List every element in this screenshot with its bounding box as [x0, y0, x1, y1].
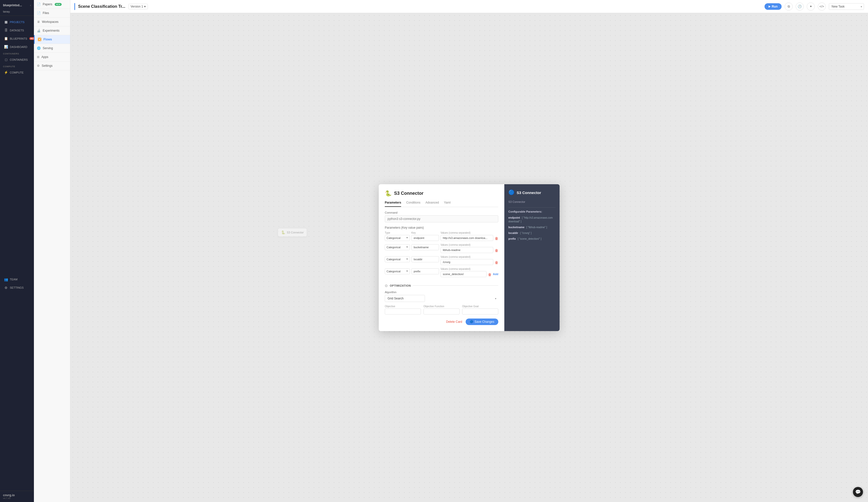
- sidebar-item-settings-main[interactable]: ⚙ SETTINGS: [1, 284, 33, 292]
- apps-label: Apps: [41, 55, 48, 59]
- sidebar-item-compute[interactable]: ⚡ COMPUTE: [1, 69, 33, 76]
- save-changes-button[interactable]: 🔵 Save Changes: [466, 318, 498, 325]
- files-label: Files: [43, 11, 49, 15]
- param-type-select-0[interactable]: Categorical: [385, 235, 410, 241]
- sidebar2-item-flows[interactable]: 🔀 Flows: [34, 35, 70, 44]
- param-key-input-3[interactable]: [411, 268, 439, 274]
- datasets-icon: 🗄: [4, 28, 8, 32]
- param-type-select-1[interactable]: Categorical: [385, 244, 410, 250]
- sidebar2-item-experiments[interactable]: 🔬 Experiments: [34, 27, 70, 35]
- dashboard-icon: 📊: [4, 45, 8, 49]
- sidebar-label-team: TEAM: [10, 278, 18, 281]
- param-type-wrap-1: Categorical: [385, 243, 410, 250]
- card-footer: Delete Card 🔵 Save Changes: [385, 314, 498, 325]
- param-val-input-1[interactable]: [441, 247, 493, 253]
- param-delete-1[interactable]: 🗑: [495, 249, 498, 252]
- sidebar2-item-papers[interactable]: 📄 Papers NEW: [34, 0, 70, 9]
- clock-button[interactable]: 🕐: [796, 2, 804, 11]
- containers-icon: ◻: [4, 58, 8, 62]
- run-button[interactable]: ▶ Run: [765, 3, 782, 10]
- papers-icon: 📄: [37, 2, 41, 6]
- code-button[interactable]: </>: [818, 2, 826, 11]
- config-param-localdir: localdir [ "/cnvrg" ]: [508, 231, 556, 235]
- chat-bubble-button[interactable]: 💬: [853, 487, 863, 497]
- play-icon: ▶: [768, 5, 771, 8]
- apps-icon: ⊞: [37, 55, 39, 59]
- copy-icon: ⧉: [788, 4, 790, 9]
- param-type-wrap-2: Categorical: [385, 255, 410, 262]
- param-val-input-2[interactable]: [441, 259, 493, 265]
- sidebar2-item-serving[interactable]: 🌐 Serving: [34, 44, 70, 53]
- flows-icon: 🔀: [38, 38, 41, 41]
- param-key-wrap-2: [411, 255, 439, 262]
- param-key-input-2[interactable]: [411, 256, 439, 262]
- tab-yaml[interactable]: Yaml: [444, 201, 450, 207]
- brand-bottom: cnvrg.io: [3, 493, 31, 497]
- s3-connector-card: 🐍 S3 Connector Parameters Conditions Adv…: [379, 184, 560, 331]
- sidebar-item-team[interactable]: 👥 TEAM: [1, 275, 33, 283]
- param-delete-0[interactable]: 🗑: [495, 237, 498, 240]
- tab-parameters[interactable]: Parameters: [385, 201, 401, 207]
- command-input[interactable]: [385, 215, 498, 222]
- card-title: S3 Connector: [394, 191, 423, 196]
- sidebar-item-projects[interactable]: ▦ PROJECTS: [1, 18, 33, 26]
- version-selector[interactable]: Version 1 ▾: [128, 4, 148, 9]
- run-label: Run: [772, 5, 778, 8]
- param-key-input-1[interactable]: [411, 244, 439, 250]
- optimization-toggle-icon[interactable]: ⊙: [385, 284, 388, 287]
- sidebar-user: tanay.: [0, 9, 34, 16]
- objective-function-input[interactable]: [423, 308, 459, 314]
- param-val-input-3[interactable]: [441, 271, 486, 277]
- param-add-button[interactable]: Add: [493, 273, 498, 275]
- sidebar-item-datasets[interactable]: 🗄 DATASETS: [1, 27, 33, 34]
- param-row-1: Categorical Values (comma separated) 🗑: [385, 243, 498, 253]
- second-sidebar: 📄 Papers NEW 📄 Files 🖥 Workspaces 🔬 Expe…: [34, 0, 70, 502]
- python-node-label: S3 Connector: [287, 231, 304, 234]
- task-selector[interactable]: New Task: [829, 3, 864, 10]
- param-key-input-0[interactable]: [411, 235, 439, 241]
- sidebar2-item-settings[interactable]: ⚙ Settings: [34, 62, 70, 70]
- algorithm-label: Algorithm: [385, 291, 498, 294]
- page-title: Scene Classification Tr...: [78, 4, 125, 9]
- copy-button[interactable]: ⧉: [785, 2, 793, 11]
- param-type-select-3[interactable]: Categorical: [385, 268, 410, 274]
- version-chevron-icon: ▾: [144, 5, 146, 8]
- section-label-containers: CONTAINERS: [0, 51, 34, 55]
- param-delete-3[interactable]: 🗑: [488, 273, 492, 276]
- objective-input[interactable]: [385, 308, 421, 314]
- config-param-name-localdir: localdir: [508, 231, 518, 234]
- sidebar-label-datasets: DATASETS: [10, 29, 24, 32]
- param-type-select-2[interactable]: Categorical: [385, 256, 410, 262]
- sidebar2-item-files[interactable]: 📄 Files: [34, 9, 70, 18]
- param-type-wrap-3: Categorical: [385, 268, 410, 274]
- objective-function-label: Objective Function: [423, 305, 459, 308]
- brand-name: blueprintsd...: [3, 3, 22, 7]
- delete-card-button[interactable]: Delete Card: [446, 320, 462, 324]
- col-val-label-3: Values (comma separated): [441, 268, 486, 270]
- param-val-input-0[interactable]: [441, 235, 493, 241]
- col-key-label-0: Key: [411, 231, 439, 234]
- team-icon: 👥: [4, 278, 8, 281]
- task-selector-wrap: New Task: [829, 3, 864, 10]
- sidebar2-item-apps[interactable]: ⊞ Apps: [34, 53, 70, 62]
- workspaces-label: Workspaces: [42, 20, 59, 24]
- config-param-name-bucketname: bucketname: [508, 226, 524, 229]
- objective-goal-input[interactable]: [462, 308, 498, 314]
- sidebar-item-blueprints[interactable]: 📋 BLUEPRINTS BETA: [1, 35, 33, 42]
- settings-icon: ⚙: [37, 64, 40, 67]
- tab-conditions[interactable]: Conditions: [406, 201, 421, 207]
- sidebar-item-containers[interactable]: ◻ CONTAINERS: [1, 56, 33, 63]
- param-row-0: Type Categorical Key Values (comma separ…: [385, 231, 498, 241]
- sidebar-item-dashboard[interactable]: 📊 DASHBOARD: [1, 43, 33, 51]
- param-delete-2[interactable]: 🗑: [495, 261, 498, 264]
- tab-advanced[interactable]: Advanced: [425, 201, 439, 207]
- sidebar-collapse-icon[interactable]: ‹: [30, 4, 31, 7]
- version-label: Version 1: [131, 5, 143, 8]
- magic-button[interactable]: ✦: [807, 2, 815, 11]
- algorithm-select[interactable]: Grid Search Random Search Bayesian: [385, 295, 425, 302]
- papers-new-badge: NEW: [55, 3, 62, 6]
- sidebar2-item-workspaces[interactable]: 🖥 Workspaces: [34, 18, 70, 27]
- param-key-wrap-1: [411, 243, 439, 250]
- bg-canvas-node[interactable]: 🐍 S3 Connector: [278, 228, 307, 237]
- objective-goal-label: Objective Goal: [462, 305, 498, 308]
